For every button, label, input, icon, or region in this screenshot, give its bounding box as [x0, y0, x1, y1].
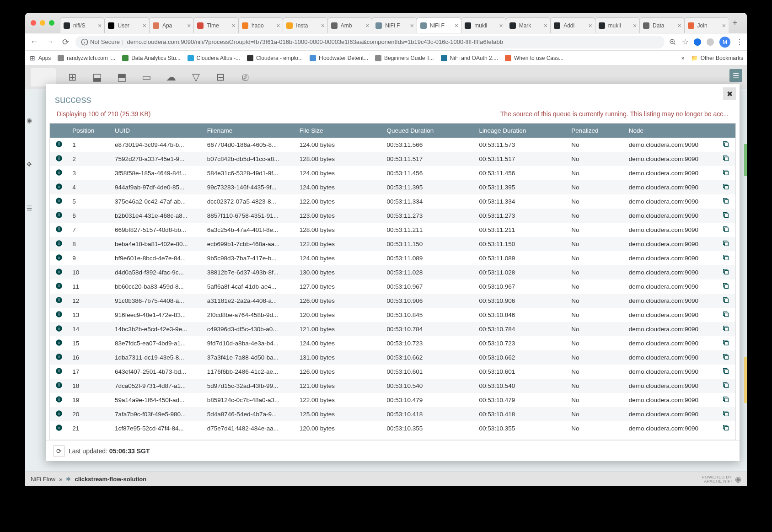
browser-tab[interactable]: hado×: [238, 17, 283, 33]
back-button[interactable]: ←: [29, 37, 40, 48]
row-info-button[interactable]: i: [50, 407, 68, 421]
bookmark-item[interactable]: NiFi and OAuth 2....: [440, 54, 498, 62]
row-action-button[interactable]: [716, 322, 735, 336]
browser-tab[interactable]: Data×: [639, 17, 684, 33]
forward-button[interactable]: →: [44, 37, 55, 48]
tab-close-icon[interactable]: ×: [455, 22, 458, 29]
tab-close-icon[interactable]: ×: [633, 22, 637, 29]
column-header[interactable]: Position: [68, 124, 110, 138]
table-row[interactable]: i 8 beba4e18-ba81-402e-80... ecb699b1-7c…: [50, 237, 735, 251]
bookmark-item[interactable]: Beginners Guide T...: [375, 54, 434, 62]
breadcrumb-root[interactable]: NiFi Flow: [31, 476, 55, 483]
tab-close-icon[interactable]: ×: [410, 22, 414, 29]
row-info-button[interactable]: i: [50, 365, 68, 379]
label-tool-icon[interactable]: ⎚: [237, 69, 253, 86]
row-info-button[interactable]: i: [50, 421, 68, 435]
row-action-button[interactable]: [716, 407, 735, 421]
global-menu-button[interactable]: ☰: [729, 69, 742, 82]
dialog-close-button[interactable]: ✖: [723, 87, 736, 100]
bookmarks-overflow[interactable]: »: [681, 55, 685, 61]
table-row[interactable]: i 6 b2b031e4-431e-468c-a8... 8857f110-67…: [50, 209, 735, 223]
security-indicator[interactable]: Not Secure |: [81, 38, 123, 46]
browser-tab[interactable]: Join×: [684, 17, 729, 33]
reload-button[interactable]: ⟳: [60, 37, 71, 48]
tab-close-icon[interactable]: ×: [365, 22, 369, 29]
apps-button[interactable]: ⊞Apps: [29, 54, 51, 62]
row-action-button[interactable]: [716, 279, 735, 294]
row-info-button[interactable]: i: [50, 223, 68, 237]
table-row[interactable]: i 4 944af9ab-97df-4de0-85... 99c73283-14…: [50, 180, 735, 194]
row-action-button[interactable]: [716, 393, 735, 407]
row-action-button[interactable]: [716, 194, 735, 209]
row-action-button[interactable]: [716, 336, 735, 350]
window-maximize-button[interactable]: [49, 20, 54, 26]
tab-close-icon[interactable]: ×: [187, 22, 191, 29]
remote-group-tool-icon[interactable]: ☁: [163, 69, 179, 86]
funnel-tool-icon[interactable]: ▽: [188, 69, 204, 86]
address-field[interactable]: Not Secure | demo.cloudera.com:9090/nifi…: [75, 36, 665, 48]
row-action-button[interactable]: [716, 152, 735, 166]
row-info-button[interactable]: i: [50, 166, 68, 180]
row-info-button[interactable]: i: [50, 209, 68, 223]
row-action-button[interactable]: [716, 350, 735, 365]
row-action-button[interactable]: [716, 209, 735, 223]
table-row[interactable]: i 13 916feec9-48e1-472e-83... 2f0cd8be-a…: [50, 308, 735, 322]
row-action-button[interactable]: [716, 421, 735, 435]
column-header[interactable]: Filename: [203, 124, 295, 138]
row-info-button[interactable]: i: [50, 379, 68, 393]
table-row[interactable]: i 14 14bc3b2b-e5cd-42e3-9e... c49396d3-d…: [50, 322, 735, 336]
refresh-button[interactable]: ⟳: [53, 445, 65, 457]
table-row[interactable]: i 12 91c0b386-7b75-4408-a... a31181e2-2a…: [50, 294, 735, 308]
browser-tab[interactable]: Mark×: [506, 17, 551, 33]
bookmark-item[interactable]: randyzwitch.com |...: [57, 54, 115, 62]
column-header[interactable]: File Size: [295, 124, 382, 138]
row-action-button[interactable]: [716, 365, 735, 379]
processor-tool-icon[interactable]: ⊞: [64, 69, 80, 86]
table-row[interactable]: i 20 7afa7b9c-f03f-49e5-980... 5d4a8746-…: [50, 407, 735, 421]
browser-tab[interactable]: NiFi F×: [372, 17, 417, 33]
row-info-button[interactable]: i: [50, 350, 68, 365]
star-icon[interactable]: ☆: [682, 38, 688, 46]
row-info-button[interactable]: i: [50, 265, 68, 279]
browser-tab[interactable]: Apa×: [149, 17, 194, 33]
menu-icon[interactable]: ⋮: [736, 38, 743, 46]
row-action-button[interactable]: [716, 180, 735, 194]
row-action-button[interactable]: [716, 138, 735, 152]
column-header[interactable]: [716, 124, 735, 138]
table-scroll[interactable]: PositionUUIDFilenameFile SizeQueued Dura…: [49, 123, 736, 440]
table-row[interactable]: i 10 d4d0a58d-f392-4fac-9c... 38812b7e-6…: [50, 265, 735, 279]
row-action-button[interactable]: [716, 166, 735, 180]
column-header[interactable]: Lineage Duration: [474, 124, 567, 138]
column-header[interactable]: Queued Duration: [382, 124, 475, 138]
bookmark-item[interactable]: When to use Cass...: [504, 54, 563, 62]
process-group-tool-icon[interactable]: ▭: [138, 69, 155, 86]
row-info-button[interactable]: i: [50, 336, 68, 350]
navigate-icon[interactable]: ◉: [27, 117, 32, 124]
table-row[interactable]: i 2 7592d270-a337-45e1-9... b07c842b-db5…: [50, 152, 735, 166]
tab-close-icon[interactable]: ×: [276, 22, 280, 29]
row-info-button[interactable]: i: [50, 180, 68, 194]
row-action-button[interactable]: [716, 223, 735, 237]
browser-tab[interactable]: Insta×: [283, 17, 327, 33]
browser-tab[interactable]: mukii×: [595, 17, 640, 33]
bookmark-item[interactable]: Cloudera Altus -...: [187, 54, 240, 62]
table-row[interactable]: i 21 1cf87e95-52cd-47f4-84... d75e7d41-f…: [50, 421, 735, 435]
new-tab-button[interactable]: +: [729, 18, 741, 28]
browser-tab[interactable]: mukii×: [461, 17, 506, 33]
tab-close-icon[interactable]: ×: [544, 22, 547, 29]
row-info-button[interactable]: i: [50, 279, 68, 294]
column-header[interactable]: Penalized: [567, 124, 624, 138]
bookmark-item[interactable]: Data Analytics Stu...: [122, 54, 180, 62]
table-row[interactable]: i 15 83e7fdc5-ea07-4bd9-a1... 9fd7d10d-a…: [50, 336, 735, 350]
bookmark-item[interactable]: Cloudera - emplo...: [247, 54, 303, 62]
table-row[interactable]: i 16 1dba7311-dc19-43e5-8... 37a3f41e-7a…: [50, 350, 735, 365]
extension-icon[interactable]: [694, 38, 701, 46]
table-row[interactable]: i 11 bb60cc20-ba83-459d-8... 5aff6a8f-4c…: [50, 279, 735, 294]
browser-tab[interactable]: Time×: [193, 17, 238, 33]
operate-icon[interactable]: ✥: [27, 161, 32, 168]
row-info-button[interactable]: i: [50, 194, 68, 209]
row-info-button[interactable]: i: [50, 294, 68, 308]
row-info-button[interactable]: i: [50, 322, 68, 336]
browser-tab[interactable]: User×: [104, 17, 149, 33]
row-info-button[interactable]: i: [50, 308, 68, 322]
